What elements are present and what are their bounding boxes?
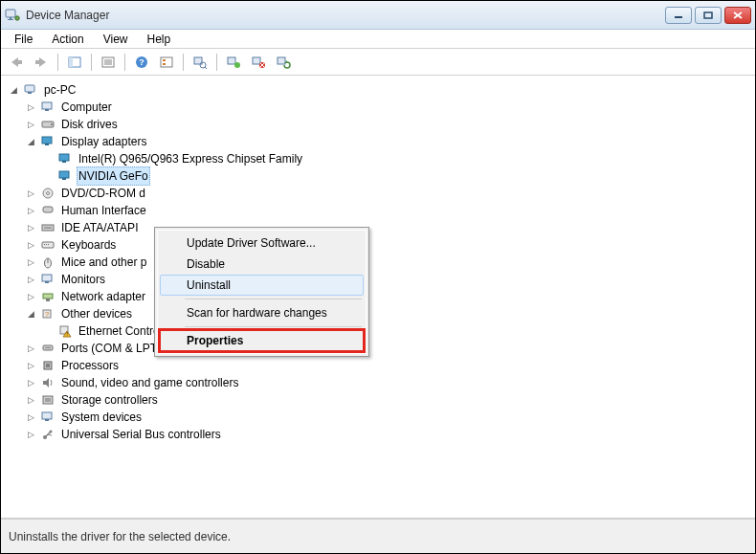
svg-point-44 bbox=[47, 192, 50, 195]
tree-item-sound[interactable]: ▷ Sound, video and game controllers bbox=[26, 374, 751, 391]
toolbar-enable-button[interactable] bbox=[222, 52, 245, 73]
device-tree: ◢ pc-PC ▷ Computer ▷ bbox=[5, 81, 751, 443]
tree-item-ide[interactable]: ▷ IDE ATA/ATAPI bbox=[26, 219, 751, 236]
expand-icon[interactable]: ▷ bbox=[26, 430, 36, 440]
menu-help[interactable]: Help bbox=[140, 31, 179, 48]
toolbar-show-hide-button[interactable] bbox=[63, 52, 86, 73]
svg-rect-38 bbox=[45, 144, 49, 145]
close-button[interactable] bbox=[724, 7, 751, 24]
menu-action[interactable]: Action bbox=[44, 31, 91, 48]
context-update-driver[interactable]: Update Driver Software... bbox=[160, 233, 364, 254]
monitor-icon bbox=[40, 272, 56, 287]
toolbar-list-button[interactable] bbox=[155, 52, 178, 73]
expand-icon[interactable]: ▷ bbox=[26, 120, 36, 130]
toolbar-update-button[interactable] bbox=[272, 52, 295, 73]
usb-icon bbox=[40, 427, 56, 442]
tree-item-mice[interactable]: ▷ Mice and other p bbox=[26, 254, 751, 271]
mouse-icon bbox=[40, 255, 56, 270]
tree-root-row[interactable]: ◢ pc-PC bbox=[9, 81, 751, 99]
svg-rect-8 bbox=[17, 60, 22, 64]
other-device-icon: ? bbox=[40, 306, 56, 321]
menu-view[interactable]: View bbox=[96, 31, 136, 48]
context-disable[interactable]: Disable bbox=[160, 254, 364, 275]
tree-item-intel-adapter[interactable]: ▷ Intel(R) Q965/Q963 Express Chipset Fam… bbox=[43, 150, 751, 167]
maximize-button[interactable] bbox=[695, 7, 722, 24]
expand-icon[interactable]: ▷ bbox=[26, 412, 36, 423]
svg-rect-54 bbox=[42, 275, 52, 281]
tree-item-other-devices[interactable]: ◢ ? Other devices bbox=[26, 305, 751, 322]
tree-label: Mice and other p bbox=[59, 254, 148, 271]
display-adapter-icon bbox=[57, 151, 73, 166]
svg-rect-49 bbox=[44, 244, 45, 245]
expand-icon[interactable]: ▷ bbox=[26, 223, 36, 233]
tree-label: Other devices bbox=[59, 305, 134, 322]
tree-label: Disk drives bbox=[59, 116, 120, 133]
device-tree-panel[interactable]: ◢ pc-PC ▷ Computer ▷ bbox=[1, 76, 755, 519]
svg-line-23 bbox=[205, 67, 207, 69]
context-uninstall[interactable]: Uninstall bbox=[160, 275, 364, 296]
tree-item-monitors[interactable]: ▷ Monitors bbox=[26, 271, 751, 288]
toolbar-scan-button[interactable] bbox=[189, 52, 211, 73]
tree-item-dvd[interactable]: ▷ DVD/CD-ROM d bbox=[26, 185, 751, 202]
warning-device-icon: ! bbox=[57, 323, 73, 339]
tree-item-processors[interactable]: ▷ Processors bbox=[26, 357, 751, 374]
toolbar-properties-button[interactable] bbox=[97, 52, 120, 73]
expand-icon[interactable]: ▷ bbox=[26, 257, 36, 268]
help-icon: ? bbox=[134, 55, 149, 69]
processor-icon bbox=[40, 358, 56, 373]
expand-icon[interactable]: ▷ bbox=[26, 361, 36, 371]
titlebar: Device Manager bbox=[1, 1, 755, 30]
dvd-icon bbox=[40, 186, 56, 201]
toolbar-back-button[interactable] bbox=[5, 52, 28, 73]
svg-rect-32 bbox=[28, 92, 32, 94]
collapse-icon[interactable]: ◢ bbox=[26, 137, 36, 147]
tree-item-usb[interactable]: ▷ Universal Serial Bus controllers bbox=[26, 426, 751, 443]
expand-icon[interactable]: ▷ bbox=[26, 292, 36, 302]
toolbar-separator bbox=[124, 54, 125, 71]
expand-icon[interactable]: ▷ bbox=[26, 343, 36, 354]
app-icon bbox=[5, 8, 20, 23]
svg-line-75 bbox=[48, 434, 52, 435]
collapse-icon[interactable]: ◢ bbox=[9, 85, 19, 96]
minimize-button[interactable] bbox=[665, 7, 692, 24]
toolbar-help-button[interactable]: ? bbox=[130, 52, 153, 73]
tree-item-ports[interactable]: ▷ Ports (COM & LPT) bbox=[26, 340, 751, 357]
enable-icon bbox=[226, 55, 241, 69]
expand-icon[interactable]: ▷ bbox=[26, 188, 36, 199]
minimize-icon bbox=[674, 11, 683, 19]
disk-icon bbox=[40, 117, 56, 132]
svg-rect-31 bbox=[25, 85, 34, 92]
tree-item-nvidia-adapter[interactable]: ▷ NVIDIA GeFo bbox=[43, 167, 751, 185]
tree-item-network[interactable]: ▷ Network adapter bbox=[26, 288, 751, 305]
statusbar: Uninstalls the driver for the selected d… bbox=[1, 519, 755, 553]
toolbar-separator bbox=[216, 54, 217, 71]
tree-label: Ports (COM & LPT) bbox=[59, 340, 163, 357]
tree-item-disk-drives[interactable]: ▷ Disk drives bbox=[26, 116, 751, 133]
svg-rect-1 bbox=[10, 17, 11, 19]
expand-icon[interactable]: ▷ bbox=[26, 206, 36, 216]
tree-item-hid[interactable]: ▷ Human Interface bbox=[26, 202, 751, 219]
tree-item-keyboards[interactable]: ▷ Keyboards bbox=[26, 236, 751, 254]
expand-icon[interactable]: ▷ bbox=[26, 102, 36, 113]
menu-file[interactable]: File bbox=[7, 31, 40, 48]
expand-icon[interactable]: ▷ bbox=[26, 395, 36, 406]
panel-icon bbox=[67, 55, 82, 69]
svg-rect-41 bbox=[59, 171, 69, 178]
collapse-icon[interactable]: ◢ bbox=[26, 309, 36, 320]
toolbar-separator bbox=[183, 54, 184, 71]
tree-item-storage[interactable]: ▷ Storage controllers bbox=[26, 391, 751, 409]
svg-rect-50 bbox=[46, 244, 47, 245]
svg-rect-51 bbox=[48, 244, 49, 245]
expand-icon[interactable]: ▷ bbox=[26, 275, 36, 285]
tree-item-system-devices[interactable]: ▷ System devices bbox=[26, 409, 751, 426]
toolbar-uninstall-button[interactable] bbox=[247, 52, 270, 73]
toolbar-forward-button[interactable] bbox=[30, 52, 53, 73]
tree-item-display-adapters[interactable]: ◢ Display adapters bbox=[26, 133, 751, 150]
computer-icon bbox=[23, 82, 38, 98]
context-scan[interactable]: Scan for hardware changes bbox=[160, 302, 364, 323]
context-properties[interactable]: Properties bbox=[160, 330, 364, 351]
tree-item-computer[interactable]: ▷ Computer bbox=[26, 99, 751, 116]
expand-icon[interactable]: ▷ bbox=[26, 240, 36, 251]
expand-icon[interactable]: ▷ bbox=[26, 378, 36, 388]
tree-item-ethernet-controller[interactable]: ▷ ! Ethernet Controller bbox=[43, 322, 751, 340]
